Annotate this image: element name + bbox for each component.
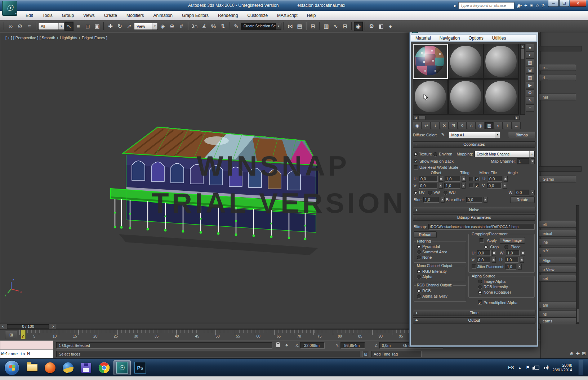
application-menu-button[interactable]: ☉▾ <box>2 1 17 16</box>
minimize-button[interactable]: ─ <box>548 0 559 7</box>
select-by-material-icon[interactable]: ↖ <box>526 97 534 104</box>
sample-slot[interactable] <box>448 79 483 114</box>
menu-item[interactable]: Animation <box>149 11 177 20</box>
window-crossing-icon[interactable]: ▣ <box>93 22 102 31</box>
command-panel-button-fragment[interactable]: ine <box>539 239 576 245</box>
sample-slot-active[interactable] <box>413 44 448 79</box>
taskbar-app[interactable] <box>77 360 95 375</box>
u-mirror-checkbox[interactable] <box>469 177 474 181</box>
subscription-icon[interactable]: ✦ <box>524 3 528 8</box>
assign-material-to-selection-icon[interactable]: ↓ <box>431 122 440 129</box>
material-editor-icon[interactable]: ◉ <box>354 22 363 31</box>
background-icon[interactable]: ▦ <box>526 59 534 66</box>
graphite-modeling-tools-icon[interactable]: ▥ <box>322 22 331 31</box>
taskbar-photoshop[interactable]: Ps <box>132 360 149 375</box>
crop-u-spinner[interactable] <box>492 250 496 256</box>
render-setup-icon[interactable]: ⚙ <box>367 22 376 31</box>
sample-slot[interactable] <box>484 79 518 114</box>
alpha-as-gray-radio[interactable] <box>417 294 421 298</box>
crop-w-spinner[interactable] <box>521 250 525 256</box>
place-radio[interactable] <box>504 245 508 249</box>
rgb-intensity-radio[interactable] <box>417 270 421 273</box>
next-frame-icon[interactable]: > <box>50 324 56 329</box>
v-mirror-checkbox[interactable] <box>469 184 473 188</box>
clock[interactable]: 20:48 23/01/2014 <box>552 363 572 372</box>
help-icon[interactable]: ?▾ <box>541 3 545 8</box>
v-angle-spinner[interactable] <box>503 183 507 189</box>
video-color-check-icon[interactable]: ▥ <box>526 74 534 81</box>
options-icon[interactable]: ⚙ <box>526 89 534 96</box>
rgb-radio[interactable] <box>417 289 421 293</box>
spinner-snap-icon[interactable]: ⇅ <box>218 22 227 31</box>
menu-item[interactable]: Rendering <box>213 11 242 20</box>
maximize-button[interactable]: ❐ <box>559 0 569 7</box>
network-icon[interactable] <box>534 366 539 370</box>
blur-field[interactable]: 1,0 <box>423 197 439 203</box>
make-unique-icon[interactable]: ◊ <box>458 122 467 129</box>
y-coordinate-field[interactable]: -86,854m <box>340 342 365 349</box>
environ-radio[interactable] <box>433 152 437 156</box>
put-material-to-scene-icon[interactable]: ↩ <box>422 122 431 129</box>
go-to-parent-icon[interactable]: ↑ <box>503 122 512 129</box>
listener-macro-recorder[interactable] <box>0 341 53 350</box>
select-and-link-icon[interactable]: ∞ <box>6 22 15 31</box>
map-type-button[interactable]: Bitmap <box>508 132 535 138</box>
put-to-library-icon[interactable]: ⌂ <box>467 122 476 129</box>
u-tile-checkbox[interactable]: ✓ <box>475 177 480 181</box>
command-panel-scrollbar[interactable] <box>576 205 579 324</box>
u-offset-spinner[interactable] <box>439 176 443 182</box>
v-tiling-field[interactable]: 1,0 <box>444 183 460 189</box>
time-rollout-header[interactable]: +Time <box>413 310 535 316</box>
rendered-frame-window-icon[interactable]: ◧ <box>377 22 386 31</box>
close-button[interactable]: ✕ <box>570 0 586 7</box>
menu-item[interactable]: Navigation <box>435 36 464 41</box>
select-and-scale-icon[interactable]: ↗ <box>125 22 134 31</box>
menu-item[interactable]: Group <box>57 11 79 20</box>
menu-item[interactable]: Views <box>79 11 99 20</box>
scroll-right-icon[interactable]: ▶ <box>514 116 519 120</box>
sample-type-icon[interactable]: ● <box>526 44 534 51</box>
texture-radio[interactable] <box>414 152 418 156</box>
absolute-mode-icon[interactable]: ⌖ <box>285 342 288 348</box>
render-production-icon[interactable]: ● <box>386 22 395 31</box>
go-forward-to-sibling-icon[interactable]: → <box>512 122 521 129</box>
edit-named-selection-sets-icon[interactable]: ✎ <box>232 22 241 31</box>
select-by-name-icon[interactable]: ≡ <box>74 22 83 31</box>
menu-item[interactable]: Edit <box>21 11 38 20</box>
menu-item[interactable]: Material <box>411 36 435 41</box>
bitmap-parameters-rollout-header[interactable]: -Bitmap Parameters <box>413 214 535 221</box>
command-panel-button-fragment[interactable]: nel <box>539 94 576 100</box>
material-id-channel-icon[interactable]: ◎ <box>476 122 485 129</box>
dropdown-arrow-icon[interactable]: ▾ <box>152 23 157 30</box>
dropdown-arrow-icon[interactable]: ▾ <box>276 23 281 30</box>
blur-spinner[interactable] <box>441 197 445 203</box>
select-object-icon[interactable]: ↖ <box>64 22 74 31</box>
command-panel-button-fragment[interactable]: ns <box>539 311 576 317</box>
blur-offset-field[interactable]: 0,0 <box>466 197 482 203</box>
sample-uv-tiling-icon[interactable]: ⊞ <box>526 67 534 74</box>
current-frame-marker[interactable]: 0 <box>21 330 26 339</box>
command-panel-button-fragment[interactable]: am <box>539 302 576 308</box>
get-material-icon[interactable]: ◉ <box>413 122 422 129</box>
w-angle-spinner[interactable] <box>531 190 535 195</box>
command-panel-button-fragment[interactable]: Gizmo <box>539 176 576 182</box>
schematic-view-icon[interactable]: ⊟ <box>340 22 349 31</box>
reload-button[interactable]: Reload <box>414 231 437 238</box>
command-panel-button-fragment[interactable]: n Y <box>539 247 576 254</box>
alpha-radio[interactable] <box>417 275 421 279</box>
reset-map-icon[interactable]: ✕ <box>440 122 449 129</box>
volume-icon[interactable] <box>544 366 548 370</box>
maxscript-mini-listener[interactable]: Welcome to M <box>0 340 53 358</box>
command-panel-button-fragment[interactable]: elt <box>539 221 576 228</box>
u-offset-field[interactable]: 0,0 <box>419 176 438 182</box>
bitmap-path-field[interactable]: \ROCA\estacion\estacion casa\stacion\DAR… <box>428 224 535 230</box>
u-angle-spinner[interactable] <box>504 176 508 182</box>
wu-radio[interactable] <box>444 191 447 195</box>
v-tiling-spinner[interactable] <box>462 183 466 189</box>
mirror-icon[interactable]: ⋈ <box>286 22 295 31</box>
taskbar-media-player[interactable] <box>41 360 59 375</box>
sample-slot[interactable] <box>448 44 483 79</box>
select-and-rotate-icon[interactable]: ↻ <box>115 22 124 31</box>
show-map-in-viewport-icon[interactable]: ▦ <box>485 122 494 129</box>
command-panel-button-fragment[interactable]: e... <box>539 64 576 71</box>
